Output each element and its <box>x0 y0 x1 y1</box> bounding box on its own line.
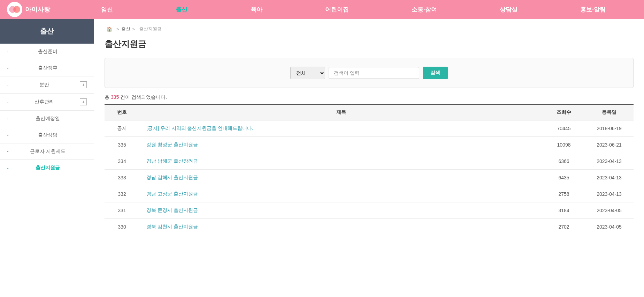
sidebar-item-chulsanpunbi[interactable]: - 출산준비 <box>0 44 94 60</box>
svg-point-1 <box>13 6 20 13</box>
cell-date: 2023-04-13 <box>585 170 634 186</box>
home-icon[interactable]: 🏠 <box>107 27 112 32</box>
col-header-date: 등록일 <box>585 104 634 120</box>
table-row: 332경남 고성군 출산지원금27582023-04-13 <box>105 186 634 202</box>
table-row: 333경남 김해시 출산지원금64352023-04-13 <box>105 170 634 186</box>
cell-no: 332 <box>105 186 139 202</box>
table-row: 330경북 김천시 출산지원금27022023-04-05 <box>105 219 634 235</box>
title-link[interactable]: 경북 문경시 출산지원금 <box>146 207 198 213</box>
data-table: 번호 제목 조회수 등록일 공지[공지] 우리 지역의 출산지원금을 안내해드립… <box>105 104 634 235</box>
result-number: 335 <box>111 94 119 100</box>
cell-date: 2018-06-19 <box>585 120 634 137</box>
nav-yuga[interactable]: 육아 <box>247 6 266 14</box>
sidebar-prefix: - <box>7 99 9 105</box>
table-header: 번호 제목 조회수 등록일 <box>105 104 634 120</box>
cell-no: 330 <box>105 219 139 235</box>
sidebar-menu: - 출산준비 - 출산징후 - 분만 + - 산후관리 + - 출산예정일 <box>0 44 94 176</box>
cell-date: 2023-06-21 <box>585 137 634 153</box>
top-navigation: 아이사랑 임신 출산 육아 어린이집 소통·참여 상담실 홍보·알림 <box>0 0 644 19</box>
cell-title: 경북 김천시 출산지원금 <box>139 219 543 235</box>
sidebar-item-bunman[interactable]: - 분만 + <box>0 76 94 94</box>
logo-area[interactable]: 아이사랑 <box>7 2 70 17</box>
sidebar-prefix: - <box>7 49 9 54</box>
col-header-views: 조회수 <box>543 104 585 120</box>
title-link[interactable]: [공지] 우리 지역의 출산지원금을 안내해드립니다. <box>146 125 253 131</box>
sidebar: 출산 - 출산준비 - 출산징후 - 분만 + - 산후관리 + <box>0 19 94 297</box>
cell-no: 335 <box>105 137 139 153</box>
title-link[interactable]: 강원 횡성군 출산지원금 <box>146 142 198 147</box>
breadcrumb: 🏠 > 출산 > 출산지원금 <box>105 26 634 32</box>
sidebar-item-worker-support[interactable]: - 근로자 지원제도 <box>0 143 94 160</box>
search-input[interactable] <box>329 67 419 79</box>
nav-items: 임신 출산 육아 어린이집 소통·참여 상담실 홍보·알림 <box>70 6 637 14</box>
cell-date: 2023-04-05 <box>585 202 634 219</box>
page-title: 출산지원금 <box>105 38 634 50</box>
nav-imsin[interactable]: 임신 <box>98 6 116 14</box>
sidebar-item-sanhuguanri[interactable]: - 산후관리 + <box>0 94 94 111</box>
title-link[interactable]: 경북 김천시 출산지원금 <box>146 224 198 229</box>
breadcrumb-section[interactable]: 출산 <box>121 26 130 32</box>
sidebar-prefix: - <box>7 149 9 154</box>
main-layout: 출산 - 출산준비 - 출산징후 - 분만 + - 산후관리 + <box>0 19 644 297</box>
table-row: 331경북 문경시 출산지원금31842023-04-05 <box>105 202 634 219</box>
expand-icon[interactable]: + <box>80 81 87 88</box>
table-body: 공지[공지] 우리 지역의 출산지원금을 안내해드립니다.704452018-0… <box>105 120 634 235</box>
cell-date: 2023-04-13 <box>585 186 634 202</box>
cell-views: 10098 <box>543 137 585 153</box>
nav-chulsan[interactable]: 출산 <box>172 6 191 14</box>
sidebar-prefix: - <box>7 65 9 71</box>
logo-icon <box>7 2 22 17</box>
expand-icon[interactable]: + <box>80 98 87 105</box>
cell-no: 334 <box>105 153 139 170</box>
col-header-title: 제목 <box>139 104 543 120</box>
nav-counseling[interactable]: 상담실 <box>496 6 521 14</box>
breadcrumb-sep2: > <box>132 27 135 32</box>
sidebar-item-birth-support[interactable]: - 출산지원금 <box>0 160 94 176</box>
cell-views: 6366 <box>543 153 585 170</box>
sidebar-label: 산후관리 <box>34 99 54 105</box>
cell-title: 경남 김해시 출산지원금 <box>139 170 543 186</box>
cell-no: 공지 <box>105 120 139 137</box>
table-row: 334경남 남해군 출산장려금63662023-04-13 <box>105 153 634 170</box>
sidebar-prefix: - <box>7 116 9 121</box>
search-box: 전체 제목 내용 검색 <box>105 58 634 88</box>
sidebar-prefix: - <box>7 165 9 171</box>
search-button[interactable]: 검색 <box>423 67 448 79</box>
title-link[interactable]: 경남 남해군 출산장려금 <box>146 158 198 164</box>
table-row: 공지[공지] 우리 지역의 출산지원금을 안내해드립니다.704452018-0… <box>105 120 634 137</box>
nav-daycare[interactable]: 어린이집 <box>322 6 352 14</box>
sidebar-label: 출산준비 <box>38 49 58 55</box>
sidebar-item-chulsanjinghu[interactable]: - 출산징후 <box>0 60 94 76</box>
sidebar-prefix: - <box>7 82 9 88</box>
breadcrumb-sep1: > <box>116 27 119 32</box>
sidebar-label: 출산지원금 <box>36 165 60 171</box>
cell-title: 강원 횡성군 출산지원금 <box>139 137 543 153</box>
title-link[interactable]: 경남 고성군 출산지원금 <box>146 191 198 196</box>
breadcrumb-current: 출산지원금 <box>139 26 162 32</box>
nav-pr[interactable]: 홍보·알림 <box>577 6 609 14</box>
cell-views: 2758 <box>543 186 585 202</box>
search-select[interactable]: 전체 제목 내용 <box>290 67 325 79</box>
cell-no: 333 <box>105 170 139 186</box>
sidebar-title: 출산 <box>0 19 94 44</box>
cell-date: 2023-04-05 <box>585 219 634 235</box>
title-link[interactable]: 경남 김해시 출산지원금 <box>146 175 198 180</box>
sidebar-label: 분만 <box>39 82 49 88</box>
sidebar-item-counseling[interactable]: - 출산상담 <box>0 127 94 143</box>
cell-date: 2023-04-13 <box>585 153 634 170</box>
cell-views: 6435 <box>543 170 585 186</box>
cell-title: 경북 문경시 출산지원금 <box>139 202 543 219</box>
sidebar-item-duedate[interactable]: - 출산예정일 <box>0 111 94 127</box>
cell-no: 331 <box>105 202 139 219</box>
cell-title: [공지] 우리 지역의 출산지원금을 안내해드립니다. <box>139 120 543 137</box>
sidebar-label: 출산상담 <box>38 132 58 138</box>
sidebar-prefix: - <box>7 132 9 138</box>
cell-title: 경남 고성군 출산지원금 <box>139 186 543 202</box>
cell-views: 70445 <box>543 120 585 137</box>
sidebar-label: 출산징후 <box>38 65 58 71</box>
result-count: 총 335 건이 검색되었습니다. <box>105 94 634 101</box>
main-content: 🏠 > 출산 > 출산지원금 출산지원금 전체 제목 내용 검색 총 335 건… <box>94 19 644 297</box>
sidebar-label: 근로자 지원제도 <box>30 148 66 155</box>
nav-community[interactable]: 소통·참여 <box>408 6 440 14</box>
cell-views: 3184 <box>543 202 585 219</box>
